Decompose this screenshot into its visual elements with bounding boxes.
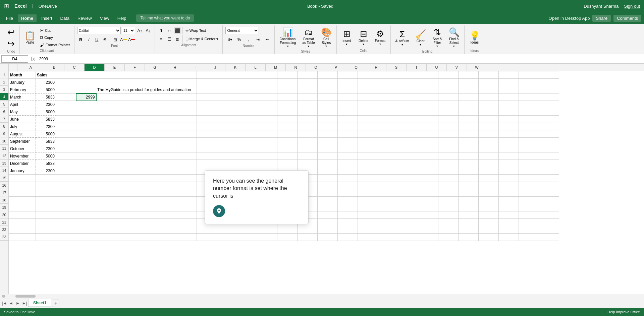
cell-D2[interactable] [76, 79, 96, 86]
cell-T6[interactable] [479, 108, 499, 116]
cell-R8[interactable] [438, 123, 459, 130]
cell-V6[interactable] [519, 108, 539, 116]
cell-D10[interactable] [76, 138, 96, 145]
cell-D12[interactable] [76, 152, 96, 160]
cell-I5[interactable] [257, 101, 277, 108]
cell-Q12[interactable] [418, 152, 438, 160]
comma-btn[interactable]: , [244, 36, 253, 43]
cell-U14[interactable] [499, 167, 519, 175]
row-num-20[interactable]: 20 [0, 211, 8, 218]
cell-O2[interactable] [378, 79, 398, 86]
cell-F10[interactable] [197, 138, 217, 145]
cell-J7[interactable] [277, 116, 298, 123]
cell-Q13[interactable] [418, 160, 438, 167]
cell-D11[interactable] [76, 145, 96, 152]
cell-L14[interactable] [318, 167, 338, 175]
cell-E9[interactable] [96, 130, 197, 138]
align-middle-btn[interactable]: ↔ [166, 27, 173, 34]
cell-B13[interactable]: 5833 [36, 160, 56, 167]
cell-E10[interactable] [96, 138, 197, 145]
cell-O5[interactable] [378, 101, 398, 108]
cell-S12[interactable] [459, 152, 479, 160]
sheet-nav-first[interactable]: |◄ [1, 300, 7, 306]
cell-M1[interactable] [338, 71, 358, 79]
cell-N5[interactable] [358, 101, 378, 108]
cell-E4[interactable] [96, 93, 197, 101]
cell-A9[interactable]: August [9, 130, 36, 138]
cell-G7[interactable] [217, 116, 237, 123]
row-num-16[interactable]: 16 [0, 182, 8, 189]
row-num-22[interactable]: 22 [0, 226, 8, 233]
col-header-W[interactable]: W [467, 64, 487, 71]
cell-R11[interactable] [438, 145, 459, 152]
col-header-L[interactable]: L [246, 64, 266, 71]
cell-M9[interactable] [338, 130, 358, 138]
cell-I6[interactable] [257, 108, 277, 116]
cell-O11[interactable] [378, 145, 398, 152]
cell-D9[interactable] [76, 130, 96, 138]
cell-W14[interactable] [539, 167, 559, 175]
cell-G5[interactable] [217, 101, 237, 108]
cell-L3[interactable] [318, 86, 338, 93]
cell-H3[interactable] [237, 86, 257, 93]
cell-V13[interactable] [519, 160, 539, 167]
cell-N9[interactable] [358, 130, 378, 138]
cell-H1[interactable] [237, 71, 257, 79]
cell-E8[interactable] [96, 123, 197, 130]
cell-P6[interactable] [398, 108, 418, 116]
format-btn[interactable]: ⚙ Format ▾ [373, 28, 388, 47]
cell-F6[interactable] [197, 108, 217, 116]
cell-Q5[interactable] [418, 101, 438, 108]
cell-C4[interactable] [56, 93, 76, 101]
cell-I2[interactable] [257, 79, 277, 86]
cell-W12[interactable] [539, 152, 559, 160]
cell-R13[interactable] [438, 160, 459, 167]
cell-R14[interactable] [438, 167, 459, 175]
cell-M6[interactable] [338, 108, 358, 116]
sheet-nav-next[interactable]: ► [15, 300, 21, 306]
name-box[interactable] [1, 55, 28, 63]
cell-V14[interactable] [519, 167, 539, 175]
row-num-19[interactable]: 19 [0, 204, 8, 211]
cell-M11[interactable] [338, 145, 358, 152]
cell-G10[interactable] [217, 138, 237, 145]
onedrive-label[interactable]: OneDrive [39, 4, 57, 9]
cell-M4[interactable] [338, 93, 358, 101]
cell-U7[interactable] [499, 116, 519, 123]
cell-S13[interactable] [459, 160, 479, 167]
row-num-21[interactable]: 21 [0, 218, 8, 226]
cell-R10[interactable] [438, 138, 459, 145]
cell-K9[interactable] [298, 130, 318, 138]
cell-M7[interactable] [338, 116, 358, 123]
cell-V8[interactable] [519, 123, 539, 130]
cell-S8[interactable] [459, 123, 479, 130]
underline-btn[interactable]: U [93, 36, 101, 43]
cell-H6[interactable] [237, 108, 257, 116]
row-num-17[interactable]: 17 [0, 189, 8, 196]
col-header-I[interactable]: I [185, 64, 205, 71]
cell-E5[interactable] [96, 101, 197, 108]
cell-H13[interactable] [237, 160, 257, 167]
row-num-4[interactable]: 4 [0, 93, 8, 101]
cell-F7[interactable] [197, 116, 217, 123]
cell-E13[interactable] [96, 160, 197, 167]
cell-T11[interactable] [479, 145, 499, 152]
cell-V9[interactable] [519, 130, 539, 138]
menu-item-review[interactable]: Review [74, 14, 95, 22]
cell-P14[interactable] [398, 167, 418, 175]
cell-T4[interactable] [479, 93, 499, 101]
cell-F9[interactable] [197, 130, 217, 138]
clear-btn[interactable]: 🧹 Clear ▾ [413, 29, 428, 47]
cell-O14[interactable] [378, 167, 398, 175]
col-header-B[interactable]: B [44, 64, 64, 71]
undo-btn[interactable]: ↩ [5, 27, 17, 38]
cell-H5[interactable] [237, 101, 257, 108]
cell-Q7[interactable] [418, 116, 438, 123]
cell-I4[interactable] [257, 93, 277, 101]
cell-I7[interactable] [257, 116, 277, 123]
cell-R12[interactable] [438, 152, 459, 160]
cell-L9[interactable] [318, 130, 338, 138]
tell-me-input[interactable]: Tell me what you want to do [136, 14, 194, 22]
comments-btn[interactable]: Comments [613, 15, 641, 22]
cell-D5[interactable] [76, 101, 96, 108]
